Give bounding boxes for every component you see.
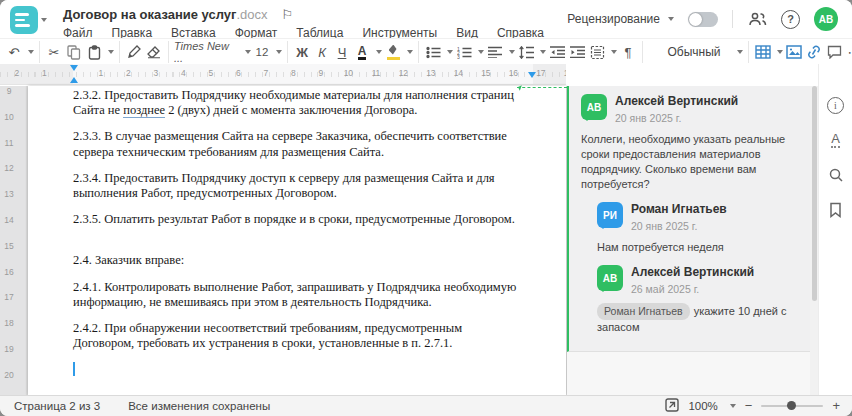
document-title: Договор на оказание услуг — [63, 7, 236, 22]
document-page[interactable]: 2.3.2. Предоставить Подрядчику необходим… — [28, 86, 566, 395]
zoom-value[interactable]: 100% — [688, 400, 717, 412]
font-color-dropdown-icon[interactable] — [376, 50, 382, 54]
table-dropdown-icon[interactable] — [777, 50, 783, 54]
insert-table-button[interactable] — [754, 42, 772, 62]
show-paragraph-marks-button[interactable]: ¶ — [619, 42, 637, 62]
style-dropdown-icon[interactable] — [737, 50, 743, 54]
chevron-down-icon — [41, 18, 47, 22]
doc-paragraph[interactable]: 2.4. Заказчик вправе: — [73, 253, 521, 268]
ruler-row: 21 123456789101112131415161718 — [0, 64, 852, 86]
paste-dropdown-icon[interactable] — [108, 50, 114, 54]
vertical-scrollbar[interactable] — [810, 86, 818, 395]
font-color-button[interactable]: А — [358, 45, 367, 60]
bookmark-button[interactable] — [825, 199, 847, 221]
comment-text: Нам потребуется неделя — [597, 240, 800, 255]
bullet-list-button[interactable] — [424, 42, 442, 62]
more-tools-button[interactable]: ⋯ — [845, 42, 852, 62]
spellcheck-button[interactable]: А — [825, 129, 847, 151]
doc-paragraph[interactable]: 2.3.5. Оплатить результат Работ в порядк… — [73, 212, 521, 227]
italic-button[interactable]: К — [313, 42, 331, 62]
insert-image-button[interactable] — [785, 42, 803, 62]
review-mode-label: Рецензирование — [567, 12, 660, 26]
format-painter-icon[interactable] — [125, 42, 143, 62]
doc-paragraph[interactable]: 2.4.1. Контролировать выполнение Работ, … — [73, 280, 521, 310]
divider — [732, 10, 733, 28]
highlight-color-button[interactable] — [384, 42, 402, 62]
save-status: Все изменения сохранены — [128, 400, 270, 412]
doc-paragraph[interactable]: 2.3.2. Предоставить Подрядчику необходим… — [73, 88, 521, 118]
cut-button[interactable]: ✂ — [45, 42, 63, 62]
left-indent-marker[interactable] — [70, 77, 78, 83]
clear-style-eraser-icon[interactable] — [145, 42, 163, 62]
zoom-out-button[interactable]: − — [745, 401, 753, 411]
font-size-select[interactable]: 12 — [253, 42, 271, 62]
document-info-button[interactable]: i — [825, 94, 847, 116]
page-indicator[interactable]: Страница 2 из 3 — [14, 400, 100, 412]
line-spacing-button[interactable] — [517, 42, 535, 62]
increase-indent-button[interactable] — [568, 42, 586, 62]
text-cursor — [73, 362, 75, 376]
bold-button[interactable]: Ж — [293, 42, 311, 62]
review-mode-dropdown[interactable]: Рецензирование — [567, 12, 674, 26]
mention-chip[interactable]: Роман Игнатьев — [597, 303, 690, 320]
status-bar: Страница 2 из 3 Все изменения сохранены … — [0, 395, 852, 416]
underline-button[interactable]: Ч — [333, 42, 351, 62]
doc-paragraph[interactable]: 2.4.2. При обнаружении несоответствий тр… — [73, 321, 521, 351]
decrease-indent-button[interactable] — [548, 42, 566, 62]
font-name-select[interactable]: Times New ... — [174, 42, 240, 62]
title-bar: Договор на оказание услуг .docx ⚐ ФайлПр… — [0, 0, 852, 38]
doc-paragraph[interactable]: 2.3.4. Предоставить Подрядчику доступ к … — [73, 171, 521, 201]
ruler-numbers-left: 21 — [3, 64, 58, 84]
user-avatar[interactable]: АВ — [814, 7, 838, 31]
font-size-dropdown-icon[interactable] — [276, 50, 282, 54]
first-line-indent-marker[interactable] — [70, 65, 78, 71]
zoom-slider-handle[interactable] — [787, 401, 796, 410]
line-spacing-dropdown-icon[interactable] — [540, 50, 546, 54]
comment-reply[interactable]: РИ Роман Игнатьев 20 янв 2025 г. Нам пот… — [597, 202, 800, 255]
insert-comment-button[interactable] — [825, 42, 843, 62]
undo-dropdown-icon[interactable] — [28, 50, 34, 54]
comment-avatar: АВ — [597, 265, 623, 291]
paragraph-settings-button[interactable] — [588, 42, 606, 62]
comment-thread[interactable]: АВ Алексей Вертинский 20 янв 2025 г. Кол… — [567, 86, 810, 352]
collaboration-users-icon[interactable] — [747, 9, 767, 29]
doc-paragraph[interactable]: 2.3.3. В случае размещения Сайта на серв… — [73, 129, 521, 159]
zoom-slider[interactable] — [761, 405, 823, 407]
paragraph-style-select[interactable]: Обычный — [648, 42, 732, 62]
comment[interactable]: АВ Алексей Вертинский 20 янв 2025 г. Кол… — [581, 94, 800, 192]
horizontal-ruler[interactable]: 21 123456789101112131415161718 — [0, 64, 566, 85]
comments-panel: АВ Алексей Вертинский 20 янв 2025 г. Кол… — [567, 86, 810, 395]
scrollbar-thumb[interactable] — [812, 86, 817, 301]
flag-icon[interactable]: ⚐ — [282, 7, 294, 22]
right-indent-marker[interactable] — [528, 72, 536, 78]
comment-anchor-text[interactable]: позднее — [123, 103, 165, 118]
insert-link-button[interactable] — [805, 42, 823, 62]
fit-page-button[interactable] — [665, 398, 679, 414]
undo-button[interactable]: ↶ — [5, 42, 23, 62]
comment-author: Алексей Вертинский — [631, 265, 754, 279]
bullet-list-dropdown-icon[interactable] — [447, 50, 453, 54]
font-name-dropdown-icon[interactable] — [245, 50, 251, 54]
highlight-dropdown-icon[interactable] — [407, 50, 413, 54]
review-toggle[interactable] — [688, 12, 718, 27]
align-dropdown-icon[interactable] — [509, 50, 515, 54]
app-window: Договор на оказание услуг .docx ⚐ ФайлПр… — [0, 0, 852, 416]
copy-button[interactable] — [65, 42, 83, 62]
vertical-ruler[interactable]: 91011121314151617181920 — [0, 86, 26, 395]
help-icon[interactable]: ? — [781, 10, 800, 29]
numbered-list-button[interactable]: 123 — [455, 42, 473, 62]
paste-button[interactable] — [85, 42, 103, 62]
comment-date: 20 янв 2025 г. — [631, 220, 727, 232]
zoom-dropdown-icon[interactable] — [730, 404, 736, 408]
align-button[interactable] — [486, 42, 504, 62]
zoom-in-button[interactable]: + — [832, 401, 840, 411]
numbered-list-dropdown-icon[interactable] — [478, 50, 484, 54]
app-menu-button[interactable] — [10, 6, 47, 34]
comment-avatar: АВ — [581, 94, 607, 120]
ruler-numbers: 123456789101112131415161718 — [87, 64, 566, 84]
comment-reply[interactable]: АВ Алексей Вертинский 26 май 2025 г. Ром… — [597, 265, 800, 335]
search-button[interactable] — [825, 164, 847, 186]
comment-text: Коллеги, необходимо указать реальные сро… — [581, 132, 800, 192]
document-area: 91011121314151617181920 2.3.2. Предостав… — [0, 86, 818, 395]
paragraph-settings-dropdown-icon[interactable] — [611, 50, 617, 54]
